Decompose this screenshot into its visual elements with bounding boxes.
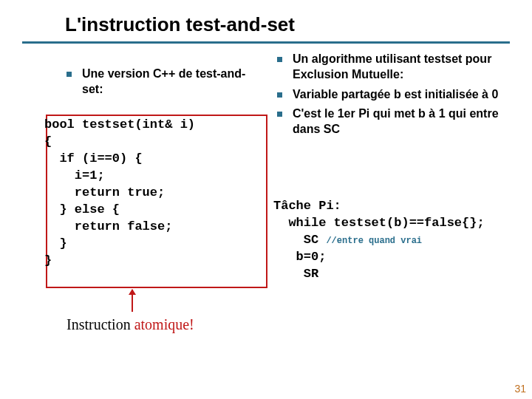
arrow-up-icon: [132, 290, 133, 312]
square-bullet-icon: [277, 92, 282, 98]
code-block-right: Tâche Pi: while testset(b)==false{}; SC …: [273, 198, 485, 283]
bullet-text: C'est le 1er Pi qui met b à 1 qui entre …: [293, 106, 521, 137]
slide-title: L'instruction test-and-set: [65, 13, 295, 36]
bullet-item: Variable partagée b est initialisée à 0: [277, 87, 521, 103]
right-column: Un algorithme utilisant testset pour Exc…: [277, 52, 521, 142]
caption-emphasis: atomique!: [134, 316, 194, 332]
bullet-text: Un algorithme utilisant testset pour Exc…: [293, 52, 521, 83]
bullet-text: Variable partagée b est initialisée à 0: [293, 87, 498, 103]
page-number: 31: [514, 383, 526, 395]
code-block-left: bool testset(int& i) { if (i==0) { i=1; …: [44, 117, 195, 269]
code-comment: //entre quand vrai: [326, 236, 422, 246]
bullet-text: Une version C++ de test-and-set:: [82, 66, 266, 98]
caption: Instruction atomique!: [66, 316, 194, 333]
code-post: b=0; SR: [273, 250, 326, 281]
square-bullet-icon: [277, 57, 282, 62]
title-underline: [22, 38, 510, 44]
bullet-item: Un algorithme utilisant testset pour Exc…: [277, 52, 521, 83]
bullet-item: Une version C++ de test-and-set:: [66, 66, 266, 98]
left-column: Une version C++ de test-and-set:: [66, 66, 266, 102]
bullet-item: C'est le 1er Pi qui met b à 1 qui entre …: [277, 106, 521, 137]
square-bullet-icon: [277, 112, 282, 117]
square-bullet-icon: [66, 72, 72, 77]
caption-text: Instruction: [66, 316, 134, 332]
